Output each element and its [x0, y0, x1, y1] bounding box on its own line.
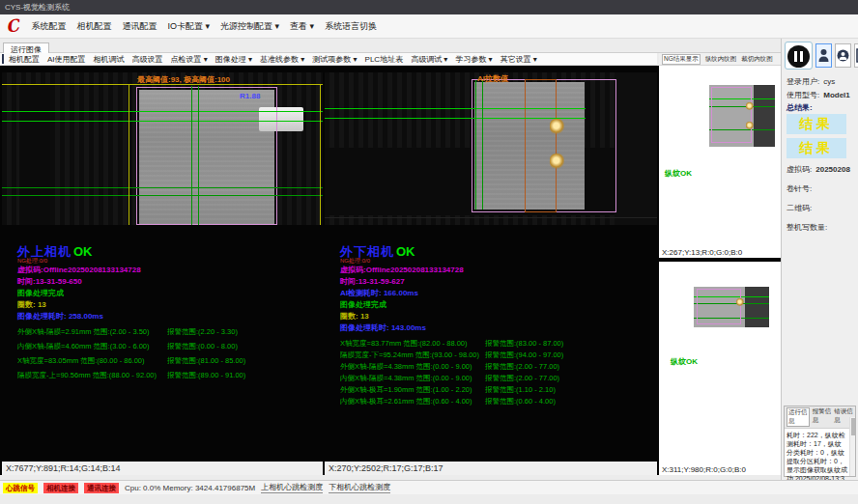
ai-elapsed-line: AI检测耗时: 166.00ms: [340, 288, 653, 299]
tool-camera-config[interactable]: 相机配置: [9, 54, 40, 65]
app-window: CYS-视觉检测系统 C 系统配置 相机配置 通讯配置 IO卡配置 ▾ 光源控制…: [0, 0, 858, 504]
info-tab-run[interactable]: 运行信息: [786, 407, 810, 427]
tool-ai-config[interactable]: AI使用配置: [47, 54, 86, 65]
pause-icon: [787, 45, 810, 68]
toolbar-accent-bar: [2, 54, 4, 64]
tool-plc-address[interactable]: PLC地址表: [365, 54, 404, 65]
machine-right-shadow: [615, 72, 657, 225]
menu-view[interactable]: 查看 ▾: [290, 20, 314, 33]
tool-baseline-params[interactable]: 基准线参数 ▾: [260, 54, 304, 65]
measurement-value: 隔膜宽度-上=90.56mm 范围:(88.00 - 92.00): [17, 371, 157, 380]
camera-image-lower[interactable]: AI拉数值: [325, 72, 657, 225]
turns-line: 圈数: 13: [340, 311, 653, 322]
user-icon: [818, 48, 829, 63]
alarm-range: 报警范围:(2.00 - 77.00): [485, 362, 559, 372]
secondary-toolbar: 相机配置 AI使用配置 相机调试 高级设置 点检设置 ▾ 图像处理 ▾ 基准线参…: [0, 53, 657, 66]
total-result-label: 总结果:: [786, 102, 813, 113]
result-text-upper: 外上相机OK NG处理:0/0 虚拟码:Offline2025020813313…: [17, 242, 319, 385]
alarm-range: 报警范围:(94.00 - 97.00): [485, 350, 563, 360]
measurement-value: 内侧X轴-极耳=2.61mm 范围:(0.60 - 4.00): [340, 397, 472, 406]
pixel-coordinates-upper: X:7677;Y:891;R:14;G:14;B:14: [2, 462, 323, 475]
tool-learning-params[interactable]: 学习参数 ▾: [455, 54, 492, 65]
alarm-range: 报警范围:(89.00 - 91.00): [167, 371, 245, 380]
tool-advanced-settings[interactable]: 高级设置: [132, 54, 163, 65]
measurement-row: 隔膜宽度-上=90.56mm 范围:(88.00 - 92.00) 报警范围:(…: [17, 371, 319, 385]
measurement-row: 外侧X轴-极耳=1.90mm 范围:(1.00 - 2.20) 报警范围:(1.…: [340, 385, 653, 397]
measurement-value: 外侧X轴-隔膜=4.38mm 范围:(0.00 - 9.00): [340, 362, 472, 372]
menu-system-config[interactable]: 系统配置: [32, 20, 67, 33]
tool-other-settings[interactable]: 其它设置 ▾: [500, 54, 537, 65]
measurement-row: 外侧X轴-隔膜=2.91mm 范围:(2.00 - 3.50) 报警范围:(2.…: [17, 327, 319, 342]
aux-tab-stripe-view[interactable]: 纵纹内纹图: [705, 55, 737, 64]
menu-io-config[interactable]: IO卡配置 ▾: [168, 20, 211, 33]
tool-camera-debug[interactable]: 相机调试: [94, 54, 125, 65]
measurement-row: 内侧X轴-极耳=2.61mm 范围:(0.60 - 4.00) 报警范围:(0.…: [340, 397, 653, 408]
measure-line-h4: [2, 195, 323, 196]
log-scrollbar-thumb[interactable]: [851, 418, 855, 435]
measure-line-h1: [325, 108, 586, 109]
pixel-coordinates-lower: X:270;Y:2502;R:17;G:17;B:17: [325, 462, 657, 475]
aux-image-2[interactable]: [694, 287, 769, 327]
result-box-lower: 结果: [786, 138, 846, 158]
turns-line: 圈数: 13: [17, 299, 319, 311]
machine-edge-line: [325, 217, 657, 218]
threshold-overlay-text: 最高阈值:93, 极高阈值:100: [137, 74, 230, 85]
menu-camera-config[interactable]: 相机配置: [77, 20, 112, 33]
ng-note: NG处理:0/0: [17, 258, 319, 265]
aux-image-1[interactable]: [709, 85, 775, 147]
log-scrollbar[interactable]: [849, 417, 855, 476]
exit-button[interactable]: [854, 43, 858, 68]
virtual-code-label: 虚拟码:: [786, 165, 812, 174]
tab-highlight: [736, 298, 744, 306]
measurement-table: X轴宽度=83.77mm 范围:(82.00 - 88.00) 报警范围:(83…: [340, 339, 653, 408]
user-login-button[interactable]: [815, 43, 832, 68]
upper-camera-heartbeat-link[interactable]: 上相机心跳检测度: [261, 482, 323, 493]
virtual-code-value: 20250208: [815, 165, 850, 174]
needle-number-label: 卷针号:: [786, 183, 812, 194]
aux-result-label-1: 纵纹OK: [665, 168, 692, 179]
barcode-line: 虚拟码:Offline20250208133134728: [17, 265, 319, 276]
roi-box-orange: [525, 79, 557, 212]
status-ok-label: OK: [73, 244, 93, 259]
tool-test-params[interactable]: 测试项参数 ▾: [312, 54, 357, 65]
aux-panel-1: 纵纹OK X:267;Y:13;R:0;G:0;B:0: [659, 66, 781, 258]
account-button[interactable]: [835, 43, 851, 68]
tabstrip: 运行图像: [0, 39, 781, 53]
pause-button[interactable]: [785, 42, 813, 70]
tool-image-processing[interactable]: 图像处理 ▾: [215, 54, 252, 65]
aux-tab-ng-result[interactable]: NG结果显示: [662, 54, 701, 65]
menu-language-switch[interactable]: 系统语言切换: [325, 20, 377, 33]
measure-line-v1: [475, 80, 476, 210]
menu-light-config[interactable]: 光源控制配置 ▾: [220, 20, 279, 33]
menu-comm-config[interactable]: 通讯配置: [123, 20, 157, 33]
process-done-line: 图像处理完成: [340, 299, 653, 311]
result-text-lower: 外下相机OK NG处理:0/0 虚拟码:Offline2025020813313…: [340, 242, 653, 408]
measure-line-v1: [191, 86, 192, 225]
model-label: 使用型号:: [786, 91, 819, 99]
measure-line-h2: [325, 118, 586, 119]
measurement-value: X轴宽度=83.77mm 范围:(82.00 - 88.00): [340, 339, 468, 349]
info-tab-alarm[interactable]: 报警信息: [813, 407, 832, 427]
alarm-range: 报警范围:(2.20 - 3.30): [167, 327, 238, 337]
camera-image-upper[interactable]: 最高阈值:93, 极高阈值:100 R1.88: [2, 72, 323, 225]
lower-camera-heartbeat-link[interactable]: 下相机心跳检测度: [329, 482, 390, 493]
measurement-value: 隔膜宽度-下=95.24mm 范围:(93.00 - 98.00): [340, 350, 479, 360]
camera-panel-upper: 最高阈值:93, 极高阈值:100 R1.88 外上相机OK NG处理:0/0 …: [2, 66, 323, 475]
sidebar-buttons: [785, 42, 858, 70]
machine-shadow: [19, 85, 50, 225]
camera-name-label: 外上相机: [17, 244, 72, 259]
alarm-range: 报警范围:(81.00 - 85.00): [167, 356, 245, 366]
aux-tab-crop-view[interactable]: 裁切内纹图: [741, 55, 773, 64]
roi-box-pink: [711, 87, 752, 143]
measurement-row: 内侧X轴-隔膜=4.60mm 范围:(3.00 - 6.00) 报警范围:(0.…: [17, 342, 319, 356]
measure-line-h3: [2, 187, 323, 188]
tool-advanced-debug[interactable]: 高级调试 ▾: [411, 54, 447, 65]
measure-line-h1: [2, 111, 323, 112]
aux-result-label-2: 纵纹OK: [671, 356, 698, 367]
model-row: 使用型号:Model1: [786, 90, 850, 100]
barcode-line: 虚拟码:Offline20250208133134728: [340, 265, 653, 276]
status-ok-label: OK: [396, 244, 415, 259]
main-view-area: 最高阈值:93, 极高阈值:100 R1.88 外上相机OK NG处理:0/0 …: [0, 66, 781, 475]
tool-spot-check[interactable]: 点检设置 ▾: [171, 54, 208, 65]
pixel-coordinates-aux-1: X:267;Y:13;R:0;G:0;B:0: [662, 248, 742, 257]
